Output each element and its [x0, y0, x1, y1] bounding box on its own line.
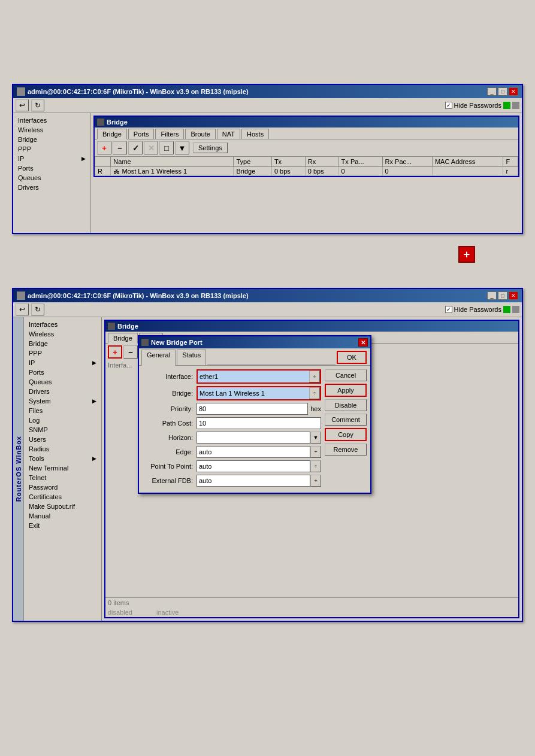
- ptp-dropdown-btn[interactable]: ÷: [310, 460, 321, 472]
- sidebar-item-ppp[interactable]: PPP: [13, 144, 90, 154]
- add-button-1[interactable]: +: [97, 141, 111, 154]
- sidebar2-item-ports[interactable]: Ports: [24, 368, 101, 377]
- disable-button-1[interactable]: ✕: [144, 141, 158, 154]
- minimize-button-2[interactable]: _: [487, 292, 497, 300]
- hide-passwords-checkbox[interactable]: [445, 102, 452, 109]
- sidebar2-item-queues[interactable]: Queues: [24, 377, 101, 387]
- close-button-2[interactable]: ✕: [509, 292, 518, 300]
- col-rxpac[interactable]: Rx Pac...: [382, 157, 432, 167]
- sidebar-item-ip[interactable]: IP ▶: [13, 154, 90, 163]
- priority-input[interactable]: [197, 403, 308, 415]
- sidebar-item-bridge[interactable]: Bridge: [13, 135, 90, 144]
- copy-button[interactable]: Copy: [325, 428, 367, 441]
- sidebar2-item-drivers[interactable]: Drivers: [24, 387, 101, 396]
- cancel-button[interactable]: Cancel: [325, 369, 367, 381]
- col-name[interactable]: Name: [111, 157, 234, 167]
- sidebar2-item-users[interactable]: Users: [24, 435, 101, 444]
- sidebar-item-wireless[interactable]: Wireless: [13, 125, 90, 135]
- sidebar2-item-exit[interactable]: Exit: [24, 521, 101, 530]
- edge-input[interactable]: [197, 446, 310, 458]
- maximize-button-2[interactable]: □: [498, 292, 507, 300]
- sidebar2-item-password[interactable]: Password: [24, 482, 101, 492]
- sidebar-item-interfaces[interactable]: Interfaces: [13, 116, 90, 125]
- ptp-input[interactable]: [197, 460, 310, 472]
- sidebar2-item-ip[interactable]: IP ▶: [24, 358, 101, 368]
- apply-button[interactable]: Apply: [325, 384, 367, 397]
- sidebar2-item-bridge[interactable]: Bridge: [24, 339, 101, 348]
- settings-button[interactable]: Settings: [193, 142, 228, 153]
- sidebar2-item-interfaces[interactable]: Interfaces: [24, 320, 101, 329]
- tab2-bridge[interactable]: Bridge: [108, 333, 138, 344]
- horizon-dropdown-btn[interactable]: ▼: [310, 432, 321, 444]
- add-button-2[interactable]: +: [108, 345, 122, 359]
- interface-input[interactable]: [198, 371, 309, 382]
- comment-button[interactable]: Comment: [325, 414, 367, 426]
- interface-dropdown-btn[interactable]: ÷: [309, 371, 320, 382]
- row-indicator: R: [95, 167, 111, 176]
- disable-button[interactable]: Disable: [325, 399, 367, 411]
- status-disabled: disabled: [108, 609, 132, 616]
- floating-plus-button[interactable]: +: [458, 246, 475, 263]
- sidebar2-item-tools[interactable]: Tools ▶: [24, 454, 101, 463]
- tab-filters[interactable]: Filters: [155, 129, 184, 139]
- sidebar2-item-radius[interactable]: Radius: [24, 444, 101, 454]
- remove-button-1[interactable]: −: [113, 141, 127, 154]
- sidebar2-item-make-supout[interactable]: Make Supout.rif: [24, 502, 101, 511]
- path-cost-input[interactable]: [197, 417, 321, 429]
- sidebar2-item-manual[interactable]: Manual: [24, 511, 101, 521]
- maximize-button[interactable]: □: [498, 87, 507, 96]
- sidebar2-item-snmp[interactable]: SNMP: [24, 425, 101, 435]
- horizon-input[interactable]: [197, 432, 310, 444]
- tab-broute[interactable]: Broute: [185, 129, 215, 139]
- tab-bridge[interactable]: Bridge: [97, 129, 127, 139]
- dialog-tab-general[interactable]: General: [141, 350, 176, 366]
- enable-button-1[interactable]: ✓: [128, 141, 143, 154]
- col-type[interactable]: Type: [234, 157, 271, 167]
- ptp-label: Point To Point:: [143, 463, 197, 470]
- row-tx: 0 bps: [271, 167, 305, 176]
- sidebar2-item-telnet[interactable]: Telnet: [24, 473, 101, 482]
- bridge-dropdown-btn[interactable]: ÷: [309, 387, 320, 399]
- tab-hosts[interactable]: Hosts: [241, 129, 269, 139]
- winbox-label: RouterOS WinBox: [15, 436, 22, 502]
- sidebar-item-drivers[interactable]: Drivers: [13, 183, 90, 192]
- col-mac[interactable]: MAC Address: [432, 157, 503, 167]
- remove-button[interactable]: Remove: [325, 444, 367, 456]
- sidebar2-item-ppp[interactable]: PPP: [24, 348, 101, 358]
- bridge-title-bar: Bridge: [95, 117, 518, 127]
- ext-fdb-dropdown-btn[interactable]: ÷: [310, 475, 321, 487]
- sidebar2-item-log[interactable]: Log: [24, 415, 101, 425]
- redo-button-2[interactable]: ↻: [31, 303, 44, 315]
- hide-passwords-checkbox-2[interactable]: [445, 306, 452, 313]
- ok-button[interactable]: OK: [337, 351, 367, 364]
- tab-ports[interactable]: Ports: [128, 129, 155, 139]
- bridge-input[interactable]: [198, 387, 309, 399]
- sidebar2-item-files[interactable]: Files: [24, 406, 101, 415]
- tab-nat[interactable]: NAT: [217, 129, 240, 139]
- dialog-tab-status[interactable]: Status: [177, 350, 206, 365]
- ext-fdb-input[interactable]: [197, 475, 310, 487]
- sidebar2-item-certificates[interactable]: Certificates: [24, 492, 101, 502]
- table-row[interactable]: R 🖧 Most Lan 1 Wireless 1 Bridge 0 bps 0…: [95, 167, 518, 176]
- col-txpa[interactable]: Tx Pa...: [338, 157, 382, 167]
- floating-area: +: [12, 252, 523, 270]
- main-content-2: Bridge Bridge Po... + − Interfa...: [102, 317, 522, 621]
- undo-button-2[interactable]: ↩: [16, 303, 29, 315]
- sidebar2-item-new-terminal[interactable]: New Terminal: [24, 463, 101, 473]
- remove-button-2[interactable]: −: [123, 345, 138, 359]
- col-tx[interactable]: Tx: [271, 157, 305, 167]
- copy-button-1[interactable]: □: [159, 141, 174, 154]
- sidebar2-item-system[interactable]: System ▶: [24, 396, 101, 406]
- close-button[interactable]: ✕: [509, 87, 518, 96]
- undo-button[interactable]: ↩: [16, 99, 29, 111]
- filter-button-1[interactable]: ▼: [175, 141, 189, 154]
- redo-button[interactable]: ↻: [31, 99, 44, 111]
- col-rx[interactable]: Rx: [305, 157, 338, 167]
- minimize-button[interactable]: _: [487, 87, 497, 96]
- bridge-row: Bridge: ÷: [143, 386, 321, 400]
- sidebar2-item-wireless[interactable]: Wireless: [24, 329, 101, 339]
- dialog-close-button[interactable]: ✕: [358, 338, 368, 347]
- sidebar-item-ports[interactable]: Ports: [13, 163, 90, 173]
- sidebar-item-queues[interactable]: Queues: [13, 173, 90, 183]
- edge-dropdown-btn[interactable]: ÷: [310, 446, 321, 458]
